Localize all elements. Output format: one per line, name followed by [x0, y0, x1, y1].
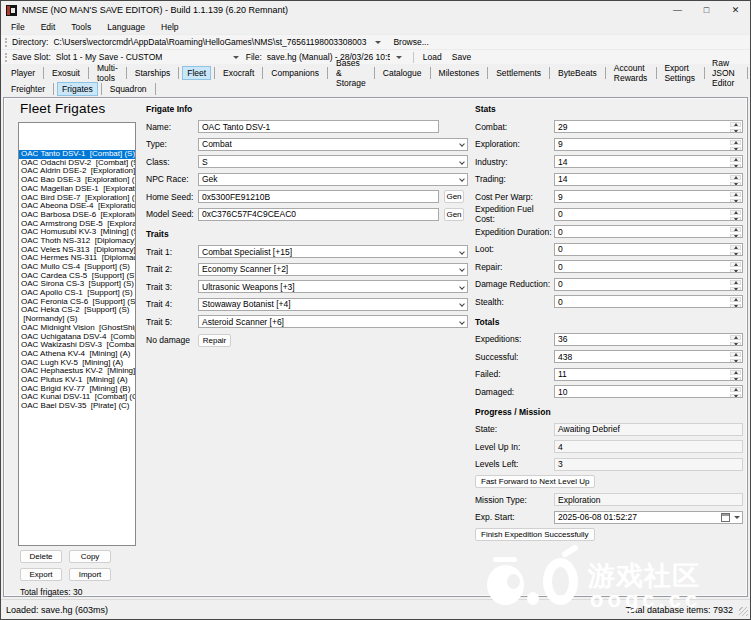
spin-up-button[interactable]	[730, 335, 741, 340]
frigate-list-item[interactable]: OAC Aldrin DSE-2 [Exploration] (S)	[19, 167, 135, 176]
sub-tab[interactable]: Squadron	[105, 82, 159, 96]
frigate-list-item[interactable]: OAC Heka CS-2 [Support] (S)	[19, 306, 135, 315]
repair-button[interactable]: Repair	[198, 334, 231, 347]
spin-up-button[interactable]	[730, 122, 741, 127]
stat-numeric-input[interactable]: 0	[554, 260, 743, 273]
save-button[interactable]: Save	[447, 52, 476, 62]
frigate-list-item[interactable]: OAC Hermes NS-311 [Diplomacy] (S)	[19, 254, 135, 263]
main-tab[interactable]: Exocraft	[218, 66, 266, 80]
directory-combo[interactable]: C:\Users\vectorcmdr\AppData\Roaming\Hell…	[53, 37, 369, 47]
spin-up-button[interactable]	[730, 192, 741, 197]
main-tab[interactable]: Export Settings	[659, 61, 707, 85]
frigate-list-item[interactable]: OAC Lugh KV-5 [Mining] (A)	[19, 359, 135, 368]
main-tab[interactable]: Fleet	[182, 66, 218, 80]
spin-down-button[interactable]	[730, 394, 741, 398]
frigate-list-item[interactable]: OAC Wakizashi DSV-3 [Combat] (A)	[19, 341, 135, 350]
sub-tab[interactable]: Freighter	[6, 82, 57, 96]
spin-up-button[interactable]	[730, 387, 741, 392]
stat-numeric-input[interactable]: 14	[554, 173, 743, 186]
frigate-list-item[interactable]: OAC Homusubi KV-3 [Mining] (S)	[19, 228, 135, 237]
menu-item[interactable]: Language	[99, 22, 153, 32]
total-numeric-input[interactable]: 10	[554, 385, 743, 398]
spin-up-button[interactable]	[730, 227, 741, 232]
frigate-list-item[interactable]: OAC Midnight Vision [GhostShip] (S)	[19, 324, 135, 333]
toolbar-grip-icon[interactable]	[5, 53, 7, 62]
main-tab[interactable]: Companions	[266, 66, 331, 80]
dropdown-arrow-icon[interactable]	[396, 56, 402, 62]
frigate-list-item[interactable]: OAC Bird DSE-7 [Exploration] (S)	[19, 194, 135, 203]
frigate-list-item[interactable]: OAC Abeona DSE-4 [Exploration] (S)	[19, 202, 135, 211]
dropdown-arrow-icon[interactable]	[233, 56, 239, 62]
total-numeric-input[interactable]: 36	[554, 333, 743, 346]
frigate-list-item[interactable]: OAC Thoth NS-312 [Diplomacy] (S)	[19, 237, 135, 246]
exp-start-datetime-picker[interactable]: 2025-06-08 01:52:27	[554, 511, 743, 524]
main-tab[interactable]: Account Rewards	[609, 61, 660, 85]
trait-select[interactable]: Combat Specialist [+15]	[198, 245, 468, 258]
spin-down-button[interactable]	[730, 182, 741, 186]
frigate-list-item[interactable]: OAC Odachi DSV-2 [Combat] (S)	[19, 159, 135, 168]
spin-up-button[interactable]	[730, 140, 741, 145]
spin-down-button[interactable]	[730, 252, 741, 256]
frigate-list-item[interactable]: OAC Armstrong DSE-5 [Exploration] (S)	[19, 220, 135, 229]
trait-select[interactable]: Asteroid Scanner [+6]	[198, 315, 468, 328]
frigate-list-item[interactable]: OAC Bao DSE-3 [Exploration] (S)	[19, 176, 135, 185]
spin-up-button[interactable]	[730, 370, 741, 375]
spin-down-button[interactable]	[730, 164, 741, 168]
spin-down-button[interactable]	[730, 304, 741, 308]
home-seed-input[interactable]: 0x5300FE91210B	[198, 190, 439, 203]
total-numeric-input[interactable]: 11	[554, 368, 743, 381]
frigate-list-item[interactable]: OAC Brigid KV-77 [Mining] (B)	[19, 385, 135, 394]
spin-down-button[interactable]	[730, 269, 741, 273]
frigate-list-item[interactable]: OAC Barbosa DSE-6 [Exploration] (S)	[19, 211, 135, 220]
frigate-list-item[interactable]: OAC Mullo CS-4 [Support] (S)	[19, 263, 135, 272]
spin-down-button[interactable]	[730, 129, 741, 133]
spin-up-button[interactable]	[730, 280, 741, 285]
spin-up-button[interactable]	[730, 210, 741, 215]
spin-down-button[interactable]	[730, 287, 741, 291]
dropdown-arrow-icon[interactable]	[734, 516, 740, 522]
frigate-list-item[interactable]: OAC Apollo CS-1 [Support] (S)	[19, 289, 135, 298]
stat-numeric-input[interactable]: 14	[554, 155, 743, 168]
delete-button[interactable]: Delete	[20, 550, 62, 563]
frigate-list-item[interactable]: OAC Athena KV-4 [Mining] (A)	[19, 350, 135, 359]
spin-down-button[interactable]	[730, 217, 741, 221]
frigate-list-item[interactable]: OAC Cardea CS-5 [Support] (S)	[19, 272, 135, 281]
close-button[interactable]: ✕	[721, 1, 750, 19]
name-input[interactable]: OAC Tanto DSV-1	[198, 120, 439, 133]
menu-item[interactable]: Edit	[33, 22, 64, 32]
trait-select[interactable]: Stowaway Botanist [+4]	[198, 298, 468, 311]
npc-race-select[interactable]: Gek	[198, 173, 468, 186]
menu-item[interactable]: Tools	[63, 22, 99, 32]
frigate-list-item[interactable]: OAC Feronia CS-6 [Support] (S)	[19, 298, 135, 307]
spin-down-button[interactable]	[730, 342, 741, 346]
save-slot-combo[interactable]: Slot 1 - My Save - CUSTOM	[56, 52, 227, 62]
copy-button[interactable]: Copy	[69, 550, 111, 563]
stat-numeric-input[interactable]: 0	[554, 295, 743, 308]
main-tab[interactable]: Catalogue	[378, 66, 434, 80]
stat-numeric-input[interactable]: 29	[554, 120, 743, 133]
spin-up-button[interactable]	[730, 245, 741, 250]
spin-down-button[interactable]	[730, 199, 741, 203]
fast-forward-button[interactable]: Fast Forward to Next Level Up	[475, 475, 595, 488]
model-seed-gen-button[interactable]: Gen	[444, 208, 464, 221]
import-button[interactable]: Import	[69, 568, 111, 581]
finish-expedition-button[interactable]: Finish Expedition Successfully	[475, 528, 595, 541]
frigate-list-item[interactable]: OAC Uchigatana DSV-4 [Combat] (A)	[19, 333, 135, 342]
frigate-list-item[interactable]: OAC Tanto DSV-1 [Combat] (S)	[19, 150, 135, 159]
stat-numeric-input[interactable]: 9	[554, 190, 743, 203]
spin-up-button[interactable]	[730, 157, 741, 162]
frigate-list-item[interactable]: OAC Kunai DSV-11 [Combat] (C)	[19, 393, 135, 402]
frigate-list-item[interactable]: OAC Hephaestus KV-2 [Mining] (A)	[19, 367, 135, 376]
stat-numeric-input[interactable]: 9	[554, 138, 743, 151]
frigate-listbox[interactable]: OAC Tanto DSV-1 [Combat] (S)OAC Odachi D…	[18, 122, 136, 546]
frigate-list-item[interactable]: OAC Bael DSV-35 [Pirate] (C)	[19, 402, 135, 411]
menu-item[interactable]: File	[3, 22, 33, 32]
main-tab[interactable]: Multi-tools	[92, 61, 130, 85]
spin-up-button[interactable]	[730, 262, 741, 267]
spin-up-button[interactable]	[730, 297, 741, 302]
sub-tab[interactable]: Frigates	[57, 82, 105, 96]
load-button[interactable]: Load	[418, 52, 447, 62]
spin-down-button[interactable]	[730, 234, 741, 238]
minimize-button[interactable]: —	[663, 1, 692, 19]
main-tab[interactable]: Milestones	[434, 66, 492, 80]
